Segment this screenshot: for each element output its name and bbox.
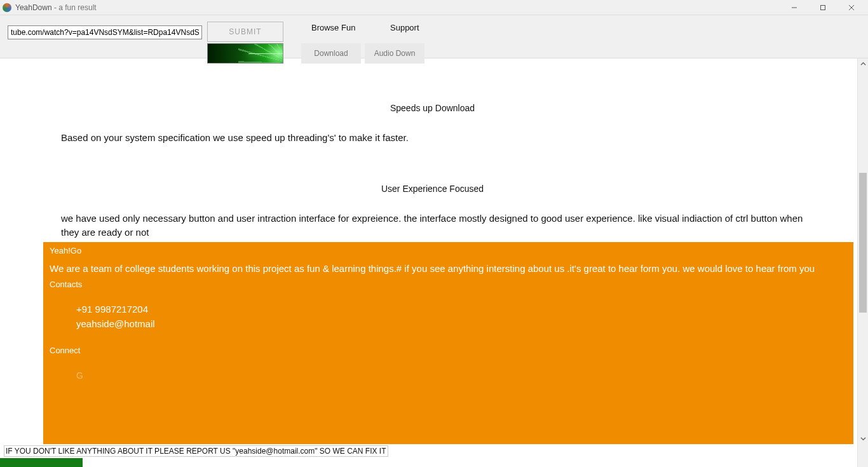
footer-connect-heading: Connect <box>50 346 80 355</box>
section-title-ux: User Experience Focused <box>8 184 857 194</box>
title-bar: YeahDown - a fun result <box>0 0 868 15</box>
nav-support[interactable]: Support <box>390 23 419 32</box>
scrollbar-thumb[interactable] <box>859 173 867 313</box>
status-bar: IF YOU DON'T LIKE ANYTHING ABOUT IT PLEA… <box>4 445 388 457</box>
nav-browse-fun[interactable]: Browse Fun <box>311 23 355 32</box>
content-area: Speeds up Download Based on your system … <box>0 58 857 467</box>
scroll-up-icon[interactable] <box>858 58 868 69</box>
minimize-button[interactable] <box>780 0 808 15</box>
footer-contacts-heading: Contacts <box>50 280 847 289</box>
progress-bar <box>0 458 83 467</box>
vertical-scrollbar[interactable] <box>857 58 868 467</box>
url-input[interactable] <box>8 25 202 39</box>
close-button[interactable] <box>837 0 865 15</box>
footer: Yeah!Go We are a team of college student… <box>43 242 853 444</box>
window-title: YeahDown - a fun result <box>15 3 97 12</box>
scroll-down-icon[interactable] <box>858 433 868 444</box>
footer-phone: +91 9987217204 <box>76 302 847 316</box>
footer-contact-info: +91 9987217204 yeahside@hotmail <box>50 302 847 332</box>
app-icon <box>3 3 11 12</box>
footer-email: yeahside@hotmail <box>76 316 847 331</box>
footer-brand: Yeah!Go <box>50 246 847 255</box>
section-body-ux: we have used only necessary button and u… <box>8 212 857 240</box>
window-subtitle: - a fun result <box>52 3 97 12</box>
app-name: YeahDown <box>15 3 52 12</box>
section-body-speeds: Based on your system specification we us… <box>8 131 857 146</box>
window-controls <box>780 0 865 15</box>
submit-button[interactable]: SUBMIT <box>207 22 283 42</box>
footer-social[interactable]: G <box>50 370 847 381</box>
maximize-button[interactable] <box>808 0 837 15</box>
svg-rect-1 <box>820 5 825 10</box>
section-title-speeds: Speeds up Download <box>8 103 857 113</box>
status-text: IF YOU DON'T LIKE ANYTHING ABOUT IT PLEA… <box>6 447 386 456</box>
toolbar: SUBMIT Browse Fun Support Download Audio… <box>0 15 868 58</box>
content-wrap: Speeds up Download Based on your system … <box>0 58 868 467</box>
footer-about: We are a team of college students workin… <box>50 262 847 276</box>
